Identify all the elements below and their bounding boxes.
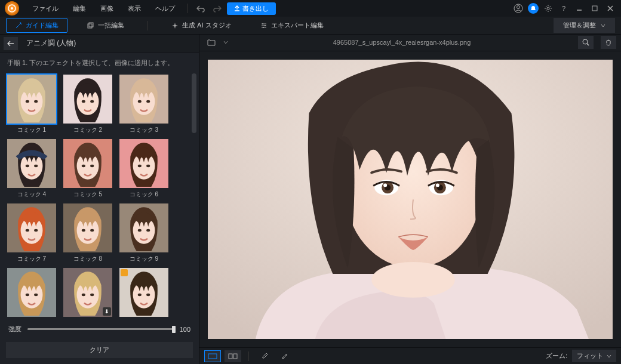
effects-grid: コミック 1 コミック 2 コミック 3 コミック 4 コミック bbox=[6, 73, 188, 318]
effect-preview bbox=[62, 73, 113, 125]
view-split-button[interactable] bbox=[225, 350, 241, 362]
menu-view[interactable]: 表示 bbox=[122, 2, 147, 16]
zoom-tool-button[interactable] bbox=[578, 36, 594, 49]
brush-button[interactable] bbox=[276, 350, 293, 362]
effect-thumb[interactable]: コミック 5 bbox=[62, 138, 113, 199]
redo-icon[interactable] bbox=[210, 1, 225, 16]
menu-help[interactable]: ヘルプ bbox=[149, 2, 181, 16]
sidebar-header: アニメ調 (人物) bbox=[0, 35, 199, 53]
zoom-value: フィット bbox=[577, 351, 603, 360]
effect-thumb[interactable]: コミック 8 bbox=[62, 202, 113, 263]
svg-point-10 bbox=[265, 25, 266, 26]
menu-file[interactable]: ファイル bbox=[26, 2, 64, 16]
effect-label: コミック 1 bbox=[17, 126, 46, 134]
effect-preview bbox=[6, 267, 57, 318]
scrollbar-thumb[interactable] bbox=[192, 73, 196, 133]
effect-thumb[interactable]: コミック 4 bbox=[6, 138, 57, 199]
close-icon[interactable] bbox=[604, 1, 616, 16]
export-button[interactable]: 書き出し bbox=[227, 2, 276, 15]
svg-rect-7 bbox=[88, 24, 92, 28]
mode-bar: ガイド編集 一括編集 生成 AI スタジオ エキスパート編集 管理＆調整 bbox=[0, 17, 621, 35]
strength-slider[interactable] bbox=[27, 328, 174, 330]
svg-point-23 bbox=[146, 100, 150, 103]
effect-thumb[interactable]: コミック 6 bbox=[118, 138, 170, 199]
tab-expert-edit[interactable]: エキスパート編集 bbox=[251, 18, 333, 33]
effect-thumb[interactable]: ⬇ bbox=[62, 267, 113, 318]
menu-image[interactable]: 画像 bbox=[94, 2, 119, 16]
effects-grid-container: コミック 1 コミック 2 コミック 3 コミック 4 コミック bbox=[0, 73, 199, 320]
svg-line-61 bbox=[587, 44, 589, 45]
premium-badge-icon bbox=[121, 269, 128, 276]
undo-icon[interactable] bbox=[193, 1, 208, 16]
tab-ai-studio[interactable]: 生成 AI スタジオ bbox=[162, 18, 241, 33]
strength-value: 100 bbox=[180, 326, 190, 333]
svg-rect-6 bbox=[592, 6, 597, 11]
svg-point-51 bbox=[34, 294, 38, 297]
zoom-label: ズーム: bbox=[546, 351, 567, 360]
slider-handle[interactable] bbox=[172, 326, 176, 333]
split-view-icon bbox=[228, 353, 238, 359]
svg-rect-74 bbox=[229, 354, 232, 359]
batch-icon bbox=[87, 22, 94, 29]
effect-thumb[interactable]: コミック 3 bbox=[118, 73, 170, 134]
zoom-select[interactable]: フィット bbox=[572, 350, 616, 362]
svg-point-11 bbox=[263, 27, 264, 28]
view-single-button[interactable] bbox=[204, 350, 221, 362]
effect-preview bbox=[6, 202, 57, 254]
svg-point-67 bbox=[383, 183, 387, 187]
svg-point-47 bbox=[146, 229, 150, 232]
effect-thumb[interactable]: コミック 2 bbox=[62, 73, 113, 134]
wand-icon bbox=[15, 22, 22, 29]
canvas-viewport[interactable] bbox=[199, 51, 621, 348]
effect-thumb[interactable] bbox=[6, 267, 57, 318]
manage-button[interactable]: 管理＆調整 bbox=[554, 18, 615, 33]
svg-point-46 bbox=[138, 229, 142, 232]
effect-label: コミック 4 bbox=[17, 190, 46, 199]
hand-icon bbox=[605, 39, 612, 46]
effect-thumb[interactable]: コミック 7 bbox=[6, 202, 57, 263]
folder-button[interactable] bbox=[204, 36, 219, 49]
menu-edit[interactable]: 編集 bbox=[67, 2, 92, 16]
scrollbar[interactable] bbox=[192, 73, 196, 320]
effects-sidebar: アニメ調 (人物) 手順 1. 下のエフェクトを選択して、画像に適用します。 コ… bbox=[0, 35, 199, 364]
chevron-down-icon bbox=[601, 23, 605, 28]
manage-label: 管理＆調整 bbox=[563, 21, 596, 30]
instruction-text: 手順 1. 下のエフェクトを選択して、画像に適用します。 bbox=[0, 53, 199, 73]
svg-point-9 bbox=[262, 23, 263, 24]
divider bbox=[187, 4, 187, 13]
effect-preview bbox=[6, 138, 57, 189]
chevron-down-icon[interactable] bbox=[223, 40, 228, 45]
help-icon[interactable]: ? bbox=[558, 1, 570, 16]
settings-icon[interactable] bbox=[542, 1, 554, 16]
tab-guide-edit[interactable]: ガイド編集 bbox=[6, 18, 67, 33]
effect-preview bbox=[118, 138, 170, 189]
effect-preview bbox=[62, 138, 113, 189]
effect-thumb[interactable] bbox=[118, 267, 170, 318]
divider bbox=[147, 21, 148, 30]
brush-icon bbox=[281, 353, 288, 360]
clear-button[interactable]: クリア bbox=[6, 342, 193, 358]
effect-label: コミック 5 bbox=[73, 190, 102, 199]
effect-thumb[interactable]: コミック 9 bbox=[118, 202, 170, 263]
effect-preview bbox=[6, 73, 57, 125]
folder-icon bbox=[207, 39, 216, 46]
effect-preview: ⬇ bbox=[62, 267, 113, 318]
back-button[interactable] bbox=[4, 37, 18, 50]
pan-tool-button[interactable] bbox=[601, 36, 616, 49]
preview-image bbox=[208, 60, 613, 340]
svg-point-72 bbox=[371, 262, 455, 298]
minimize-icon[interactable] bbox=[573, 1, 585, 16]
canvas-footer: ズーム: フィット bbox=[199, 347, 621, 364]
notification-icon[interactable] bbox=[528, 3, 539, 14]
eyedropper-button[interactable] bbox=[256, 350, 273, 362]
svg-rect-8 bbox=[89, 23, 93, 27]
title-bar: ファイル 編集 画像 表示 ヘルプ 書き出し ? bbox=[0, 0, 621, 17]
tab-batch-edit[interactable]: 一括編集 bbox=[78, 18, 133, 33]
account-icon[interactable] bbox=[512, 1, 524, 16]
canvas-header: 4965087_s_upscayl_4x_realesrgan-x4plus.p… bbox=[199, 35, 621, 51]
effect-thumb[interactable]: コミック 1 bbox=[6, 73, 57, 134]
svg-point-43 bbox=[90, 229, 94, 232]
maximize-icon[interactable] bbox=[589, 1, 601, 16]
svg-point-1 bbox=[11, 7, 13, 10]
svg-point-4 bbox=[547, 7, 549, 10]
